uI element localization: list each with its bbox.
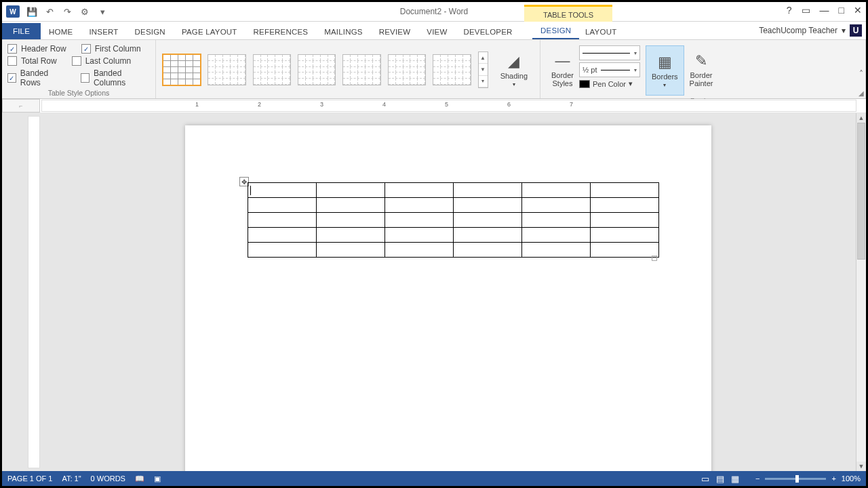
table-style-5[interactable]	[342, 54, 380, 85]
table-row[interactable]	[248, 183, 658, 198]
ribbon: ✓Header Row ✓First Column Total Row Last…	[2, 40, 866, 99]
minimize-icon[interactable]: —	[820, 5, 829, 16]
table-style-6[interactable]	[388, 54, 426, 85]
status-proofing-icon[interactable]: 📖	[135, 474, 144, 483]
user-dropdown-icon[interactable]: ▾	[842, 26, 846, 35]
border-painter-button[interactable]: ✎ Border Painter	[684, 45, 719, 94]
web-layout-icon[interactable]: ▦	[731, 474, 739, 484]
chk-header-row[interactable]: ✓Header Row	[7, 44, 66, 54]
line-style-combo[interactable]: ▾	[579, 45, 640, 60]
borders-dialog-launcher-icon[interactable]: ◢	[859, 89, 864, 97]
window-controls: ? ▭ — □ ✕	[787, 5, 862, 16]
line-weight-value: ½ pt	[583, 66, 597, 74]
ribbon-tabs: FILE HOME INSERT DESIGN PAGE LAYOUT REFE…	[2, 22, 866, 40]
table-style-3[interactable]	[253, 54, 291, 85]
border-styles-label: Border Styles	[551, 71, 574, 87]
status-macro-icon[interactable]: ▣	[154, 474, 161, 483]
maximize-icon[interactable]: □	[839, 5, 844, 16]
chk-total-row-label: Total Row	[21, 56, 57, 66]
tab-home[interactable]: HOME	[41, 24, 81, 39]
zoom-out-icon[interactable]: −	[755, 474, 760, 483]
pen-color-label: Pen Color	[593, 80, 626, 88]
table-style-7[interactable]	[433, 54, 471, 85]
table-style-4[interactable]	[298, 54, 336, 85]
shading-button[interactable]: ◢ Shading ▾	[495, 45, 533, 94]
status-words[interactable]: 0 WORDS	[91, 474, 125, 483]
scroll-down-icon[interactable]: ▼	[856, 462, 866, 471]
user-name: TeachUcomp Teacher	[759, 26, 837, 35]
tab-developer[interactable]: DEVELOPER	[455, 24, 520, 39]
undo-icon[interactable]: ↶	[44, 6, 55, 17]
close-icon[interactable]: ✕	[854, 5, 862, 16]
tab-view[interactable]: VIEW	[418, 24, 455, 39]
vertical-scrollbar[interactable]: ▲ ▼	[856, 113, 866, 471]
read-mode-icon[interactable]: ▭	[701, 474, 709, 484]
chk-banded-columns[interactable]: Banded Columns	[81, 68, 150, 87]
qat-dropdown-icon[interactable]: ▾	[97, 6, 108, 17]
word-app-icon[interactable]: W	[6, 5, 20, 18]
macro-icon[interactable]: ⚙	[79, 6, 90, 17]
chk-banded-columns-label: Banded Columns	[94, 68, 150, 87]
tab-table-design[interactable]: DESIGN	[532, 23, 579, 39]
zoom-control[interactable]: − + 100%	[755, 474, 861, 483]
paint-bucket-icon: ◢	[505, 53, 523, 70]
table-style-2[interactable]	[208, 54, 245, 85]
zoom-slider[interactable]	[765, 478, 826, 480]
status-at[interactable]: AT: 1"	[62, 474, 81, 483]
horizontal-ruler[interactable]: 1 2 3 4 5 6 7	[41, 100, 856, 112]
tab-mailings[interactable]: MAILINGS	[316, 24, 371, 39]
ruler-corner[interactable]: ⌐	[2, 99, 40, 113]
ruler-mark: 4	[382, 101, 386, 108]
scroll-up-icon[interactable]: ▲	[856, 113, 866, 123]
tab-page-layout[interactable]: PAGE LAYOUT	[174, 24, 245, 39]
page-scroll-area[interactable]: ✥	[40, 113, 856, 471]
border-styles-button[interactable]: — Border Styles	[546, 45, 579, 94]
table-row[interactable]	[248, 198, 658, 213]
chk-first-column[interactable]: ✓First Column	[81, 44, 141, 54]
tab-table-layout[interactable]: LAYOUT	[577, 24, 625, 39]
ribbon-display-icon[interactable]: ▭	[802, 5, 810, 16]
tab-review[interactable]: REVIEW	[371, 24, 419, 39]
status-page[interactable]: PAGE 1 OF 1	[7, 474, 52, 483]
collapse-ribbon-icon[interactable]: ˄	[859, 69, 863, 79]
table-row[interactable]	[248, 213, 658, 228]
tab-references[interactable]: REFERENCES	[245, 24, 317, 39]
tab-design-main[interactable]: DESIGN	[127, 24, 174, 39]
document-page[interactable]: ✥	[185, 125, 711, 471]
ruler-mark: 1	[195, 101, 199, 108]
group-label-style-options: Table Style Options	[7, 89, 150, 97]
table-resize-handle-icon[interactable]	[652, 256, 657, 261]
tab-insert[interactable]: INSERT	[81, 24, 126, 39]
zoom-value[interactable]: 100%	[842, 474, 861, 483]
group-table-styles: ▲▼▾ ◢ Shading ▾ Table Styles	[156, 40, 540, 98]
chk-total-row[interactable]: Total Row	[7, 56, 57, 66]
window-title: Document2 - Word	[400, 7, 468, 16]
ruler-mark: 5	[445, 101, 448, 108]
redo-icon[interactable]: ↷	[62, 6, 73, 17]
help-icon[interactable]: ?	[787, 5, 792, 16]
document-table[interactable]	[248, 182, 659, 258]
border-painter-icon: ✎	[692, 52, 710, 70]
user-badge-icon[interactable]: U	[850, 24, 862, 37]
table-row[interactable]	[248, 243, 658, 258]
save-icon[interactable]: 💾	[26, 6, 37, 17]
print-layout-icon[interactable]: ▤	[716, 474, 724, 484]
zoom-in-icon[interactable]: +	[831, 474, 835, 483]
gallery-scroll[interactable]: ▲▼▾	[478, 52, 488, 88]
table-style-1[interactable]	[163, 54, 201, 85]
table-row[interactable]	[248, 228, 658, 243]
tab-file[interactable]: FILE	[2, 23, 41, 39]
borders-grid-icon: ▦	[656, 54, 673, 71]
scroll-thumb[interactable]	[857, 123, 865, 260]
borders-button[interactable]: ▦ Borders ▾	[646, 45, 684, 96]
line-weight-combo[interactable]: ½ pt▾	[579, 62, 640, 77]
vertical-ruler[interactable]	[28, 116, 40, 468]
user-account[interactable]: TeachUcomp Teacher ▾ U	[759, 24, 862, 37]
app-window: W 💾 ↶ ↷ ⚙ ▾ Document2 - Word TABLE TOOLS…	[0, 0, 868, 488]
quick-access-toolbar: W 💾 ↶ ↷ ⚙ ▾	[2, 5, 108, 18]
chk-banded-rows[interactable]: ✓Banded Rows	[7, 68, 66, 87]
title-bar: W 💾 ↶ ↷ ⚙ ▾ Document2 - Word TABLE TOOLS…	[2, 2, 866, 22]
pen-color-button[interactable]: Pen Color▾	[579, 79, 640, 88]
chk-last-column[interactable]: Last Column	[72, 56, 131, 66]
ruler-mark: 6	[507, 101, 511, 108]
